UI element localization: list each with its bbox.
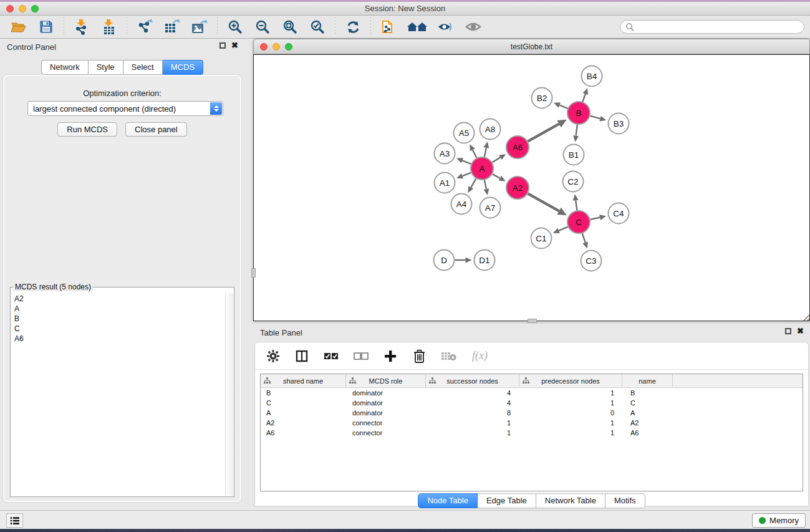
cell-successor-nodes[interactable]: 8 xyxy=(427,408,521,418)
show-networks-button[interactable] xyxy=(407,17,428,36)
new-network-file-button[interactable] xyxy=(379,17,398,36)
cell-MCDS-role[interactable]: connector xyxy=(347,428,427,438)
export-network-button[interactable] xyxy=(135,17,154,36)
graph-node-B2[interactable]: B2 xyxy=(532,88,552,109)
panel-drag-handle-bottom[interactable] xyxy=(528,319,537,323)
graph-node-C4[interactable]: C4 xyxy=(609,203,629,224)
function-builder-button[interactable]: f(x) xyxy=(472,348,488,364)
graph-node-C[interactable]: C xyxy=(567,211,590,233)
edge-C-C2[interactable] xyxy=(576,200,577,210)
tab-edge-table[interactable]: Edge Table xyxy=(478,493,536,508)
graph-node-B[interactable]: B xyxy=(567,102,590,124)
cell-MCDS-role[interactable]: dominator xyxy=(347,388,427,398)
graph-node-A1[interactable]: A1 xyxy=(435,173,455,193)
edge-A-A6[interactable] xyxy=(492,157,500,162)
edge-A-A8[interactable] xyxy=(485,148,486,157)
result-item-b[interactable]: B xyxy=(12,314,224,324)
cell-name[interactable]: C xyxy=(625,398,676,408)
column-header-MCDS-role[interactable]: MCDS role xyxy=(346,374,426,387)
export-image-button[interactable] xyxy=(190,17,209,36)
tab-node-table[interactable]: Node Table xyxy=(418,493,478,508)
network-canvas[interactable]: B4B2BB3A8A5A6A3B1AC2A1A2A4A7C4CC1C3DD1 xyxy=(253,54,810,321)
graph-node-A3[interactable]: A3 xyxy=(435,143,455,164)
close-panel-button[interactable]: Close panel xyxy=(125,122,187,137)
task-history-button[interactable] xyxy=(6,513,23,528)
cell-predecessor-nodes[interactable]: 1 xyxy=(521,388,625,398)
hide-graphics-button[interactable] xyxy=(436,17,455,36)
result-item-a2[interactable]: A2 xyxy=(12,294,224,304)
zoom-in-button[interactable] xyxy=(226,17,244,36)
graph-node-B1[interactable]: B1 xyxy=(564,145,584,165)
graph-node-C3[interactable]: C3 xyxy=(581,251,602,271)
resize-grip[interactable] xyxy=(799,311,809,321)
cell-successor-nodes[interactable]: 1 xyxy=(427,418,521,428)
cell-successor-nodes[interactable]: 4 xyxy=(427,398,521,408)
edge-A-A7[interactable] xyxy=(485,180,486,190)
edge-A-A1[interactable] xyxy=(462,173,471,176)
graph-node-A[interactable]: A xyxy=(471,157,493,180)
import-network-button[interactable] xyxy=(72,17,91,36)
show-graphics-button[interactable] xyxy=(464,17,483,36)
show-column-button[interactable] xyxy=(295,348,309,364)
open-session-button[interactable] xyxy=(9,17,28,36)
tab-network[interactable]: Network xyxy=(41,60,89,75)
unselect-all-columns-button[interactable] xyxy=(354,348,369,364)
tab-mcds[interactable]: MCDS xyxy=(163,60,203,75)
edge-C-C1[interactable] xyxy=(559,227,568,231)
tab-network-table[interactable]: Network Table xyxy=(536,493,605,508)
cell-predecessor-nodes[interactable]: 1 xyxy=(521,428,625,438)
create-column-button[interactable] xyxy=(383,348,397,364)
cell-name[interactable]: B xyxy=(625,388,676,398)
edge-A-A4[interactable] xyxy=(471,178,476,187)
graph-node-B4[interactable]: B4 xyxy=(582,66,602,87)
table-settings-button[interactable] xyxy=(266,348,280,364)
close-table-panel-icon[interactable]: ✖ xyxy=(797,328,804,334)
float-table-panel-icon[interactable] xyxy=(785,328,791,334)
select-all-columns-button[interactable] xyxy=(324,348,339,364)
result-item-a[interactable]: A xyxy=(12,304,224,314)
graph-node-D[interactable]: D xyxy=(434,250,455,271)
edge-C-C4[interactable] xyxy=(591,218,600,220)
cell-shared-name[interactable]: B xyxy=(261,388,347,398)
edge-B-B4[interactable] xyxy=(582,94,585,102)
edge-B-B1[interactable] xyxy=(576,125,577,136)
delete-table-button[interactable] xyxy=(441,348,457,364)
edge-A2-C[interactable] xyxy=(528,193,559,211)
cell-successor-nodes[interactable]: 4 xyxy=(427,388,521,398)
search-input[interactable] xyxy=(634,21,804,32)
column-header-name[interactable]: name xyxy=(622,374,673,387)
cell-MCDS-role[interactable]: connector xyxy=(347,418,427,428)
cell-shared-name[interactable]: A2 xyxy=(261,418,347,428)
cell-successor-nodes[interactable]: 1 xyxy=(427,428,521,438)
edge-A-A3[interactable] xyxy=(462,160,471,164)
delete-column-button[interactable] xyxy=(412,348,426,364)
graph-node-A5[interactable]: A5 xyxy=(454,123,475,143)
edge-C-C3[interactable] xyxy=(582,233,586,243)
column-header-successor-nodes[interactable]: successor nodes xyxy=(426,374,519,387)
edge-A-A2[interactable] xyxy=(493,174,500,178)
zoom-out-button[interactable] xyxy=(253,17,272,36)
edge-B-B2[interactable] xyxy=(559,105,567,108)
tab-motifs[interactable]: Motifs xyxy=(605,493,645,508)
export-table-button[interactable] xyxy=(163,17,181,36)
cell-predecessor-nodes[interactable]: 1 xyxy=(521,398,625,408)
close-panel-icon[interactable]: ✖ xyxy=(231,42,238,49)
tab-select[interactable]: Select xyxy=(123,60,163,75)
cell-shared-name[interactable]: C xyxy=(261,398,347,408)
float-panel-icon[interactable] xyxy=(219,42,226,49)
edge-B-B3[interactable] xyxy=(590,116,600,118)
result-scrollbar[interactable] xyxy=(225,293,233,496)
result-item-a6[interactable]: A6 xyxy=(12,334,224,344)
cell-name[interactable]: A xyxy=(625,408,676,418)
cell-name[interactable]: A6 xyxy=(625,428,676,438)
cell-MCDS-role[interactable]: dominator xyxy=(347,398,427,408)
tab-style[interactable]: Style xyxy=(89,60,123,75)
save-session-button[interactable] xyxy=(37,17,55,36)
import-table-button[interactable] xyxy=(100,17,118,36)
graph-node-C2[interactable]: C2 xyxy=(563,172,584,192)
graph-node-A6[interactable]: A6 xyxy=(506,136,529,158)
zoom-selected-button[interactable] xyxy=(308,17,327,36)
cell-MCDS-role[interactable]: dominator xyxy=(347,408,427,418)
column-header-predecessor-nodes[interactable]: predecessor nodes xyxy=(519,374,622,387)
graph-node-A8[interactable]: A8 xyxy=(480,119,501,140)
